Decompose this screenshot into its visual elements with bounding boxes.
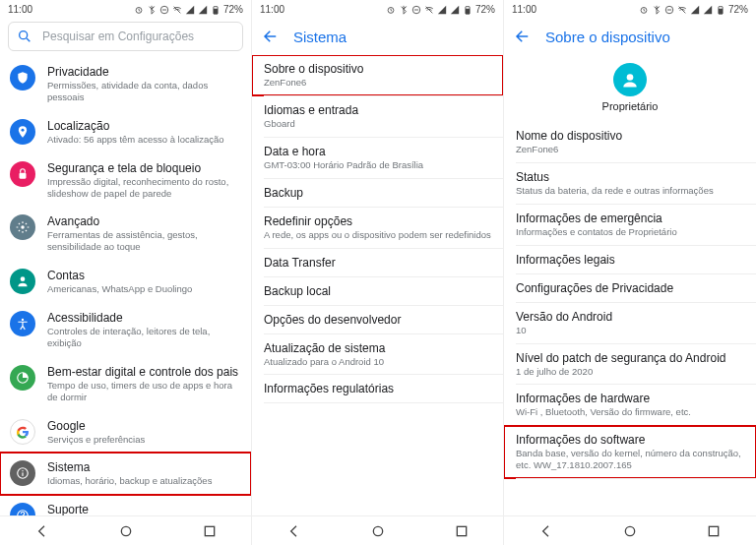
nav-back[interactable] [537, 522, 555, 540]
nav-bar [252, 515, 503, 545]
system-row[interactable]: Backup local [252, 277, 503, 305]
svg-rect-30 [710, 526, 719, 535]
nav-recents[interactable] [201, 522, 219, 540]
svg-point-7 [21, 226, 25, 230]
header: Sistema [252, 18, 503, 55]
about-row[interactable]: Informações de emergênciaInformações e c… [504, 205, 756, 245]
bluetooth-icon [147, 4, 158, 15]
signal-icon [185, 4, 196, 15]
settings-row[interactable]: AcessibilidadeControles de interação, le… [0, 303, 251, 357]
owner-block[interactable]: Proprietário [504, 55, 756, 122]
svg-rect-13 [22, 473, 23, 477]
info-icon [10, 460, 35, 486]
system-row[interactable]: Opções do desenvolvedor [252, 306, 503, 333]
row-title: Acessibilidade [47, 311, 241, 325]
signal-icon [450, 4, 461, 15]
row-subtitle: Americanas, WhatsApp e Duolingo [47, 283, 241, 295]
row-subtitle: Idiomas, horário, backup e atualizações [47, 475, 241, 487]
row-title: Privacidade [47, 65, 241, 79]
signal-icon [690, 4, 701, 15]
system-row[interactable]: Sobre o dispositivoZenFone6 [252, 55, 503, 95]
system-row[interactable]: Data Transfer [252, 249, 503, 276]
system-row[interactable]: Atualização de sistemaAtualizado para o … [252, 334, 503, 375]
row-subtitle: Atualizado para o Android 10 [264, 356, 491, 368]
about-row[interactable]: StatusStatus da bateria, da rede e outra… [504, 163, 756, 204]
settings-row[interactable]: Segurança e tela de bloqueioImpressão di… [0, 153, 251, 208]
bluetooth-icon [652, 4, 662, 15]
about-row[interactable]: Versão do Android10 [504, 303, 756, 343]
system-row[interactable]: Data e horaGMT-03:00 Horário Padrão de B… [252, 138, 503, 178]
battery-icon [211, 4, 221, 15]
settings-row[interactable]: GoogleServiços e preferências [0, 411, 251, 454]
lock-icon [10, 161, 35, 187]
wellbeing-icon [10, 365, 35, 391]
about-row[interactable]: Nome do dispositivoZenFone6 [504, 122, 756, 162]
location-icon [10, 119, 35, 145]
status-icons: 72% [134, 4, 243, 15]
signal-icon [198, 4, 209, 15]
back-arrow-icon[interactable] [262, 28, 280, 45]
system-row[interactable]: Informações regulatórias [252, 375, 503, 402]
row-subtitle: Gboard [264, 118, 491, 130]
settings-row[interactable]: LocalizaçãoAtivado: 56 apps têm acesso à… [0, 111, 251, 153]
about-row[interactable]: Informações do softwareBanda base, versã… [504, 426, 756, 478]
row-title: Contas [47, 269, 241, 282]
about-row[interactable]: Nível do patch de segurança do Android1 … [504, 344, 756, 385]
system-row[interactable]: Redefinir opçõesA rede, os apps ou o dis… [252, 208, 503, 248]
settings-row[interactable]: ContasAmericanas, WhatsApp e Duolingo [0, 261, 251, 303]
battery-icon [463, 4, 473, 15]
svg-rect-23 [457, 526, 466, 535]
row-title: Versão do Android [516, 310, 744, 324]
about-row[interactable]: Informações legais [504, 246, 756, 273]
row-title: Informações de hardware [516, 392, 744, 405]
about-row[interactable]: Configurações de Privacidade [504, 274, 756, 302]
row-title: Data e hora [264, 145, 491, 158]
row-title: Informações regulatórias [264, 382, 491, 395]
system-row[interactable]: Idiomas e entradaGboard [252, 96, 503, 137]
row-subtitle: Informações e contatos de Proprietário [516, 226, 744, 238]
system-row[interactable]: Backup [252, 179, 503, 207]
phone-about: 11:00 72% Sobre o dispositivo [504, 0, 756, 545]
nav-home[interactable] [621, 522, 639, 540]
status-icons: 72% [639, 4, 748, 15]
nav-back[interactable] [285, 522, 303, 540]
settings-row[interactable]: PrivacidadePermissões, atividade da cont… [0, 57, 251, 111]
svg-point-28 [627, 74, 634, 81]
account-icon [10, 269, 35, 294]
row-title: Idiomas e entrada [264, 103, 491, 117]
nav-home[interactable] [369, 522, 387, 540]
signal-icon [437, 4, 448, 15]
nav-back[interactable] [33, 522, 51, 540]
page-title: Sistema [293, 29, 346, 45]
row-title: Google [47, 419, 241, 433]
status-time: 11:00 [512, 4, 536, 15]
row-title: Backup local [264, 284, 491, 298]
wifi-off-icon [677, 4, 688, 15]
nav-recents[interactable] [453, 522, 471, 540]
row-subtitle: GMT-03:00 Horário Padrão de Brasília [264, 159, 491, 171]
row-subtitle: 1 de julho de 2020 [516, 366, 744, 378]
svg-rect-21 [466, 8, 470, 13]
svg-point-29 [625, 526, 634, 535]
back-arrow-icon[interactable] [514, 28, 532, 45]
row-subtitle: Controles de interação, leitores de tela… [47, 326, 241, 349]
settings-row[interactable]: AvançadoFerramentas de assistência, gest… [0, 207, 251, 261]
alarm-icon [134, 4, 145, 15]
row-subtitle: A rede, os apps ou o dispositivo podem s… [264, 229, 491, 241]
row-title: Informações legais [516, 253, 744, 267]
settings-row[interactable]: Bem-estar digital e controle dos paisTem… [0, 357, 251, 411]
row-subtitle: 10 [516, 325, 744, 336]
row-subtitle: Tempo de uso, timers de uso de apps e ho… [47, 380, 241, 403]
shield-icon [10, 65, 35, 91]
nav-recents[interactable] [705, 522, 723, 540]
nav-home[interactable] [117, 522, 135, 540]
divider [264, 402, 503, 403]
wifi-off-icon [424, 4, 435, 15]
settings-row[interactable]: SistemaIdiomas, horário, backup e atuali… [0, 453, 251, 495]
about-row[interactable]: Informações de hardwareWi-Fi , Bluetooth… [504, 385, 756, 425]
owner-avatar-icon [613, 63, 647, 96]
page-title: Sobre o dispositivo [545, 29, 670, 45]
row-title: Opções do desenvolvedor [264, 313, 491, 327]
row-title: Backup [264, 186, 491, 200]
search-box[interactable]: Pesquisar em Configurações [8, 22, 243, 51]
